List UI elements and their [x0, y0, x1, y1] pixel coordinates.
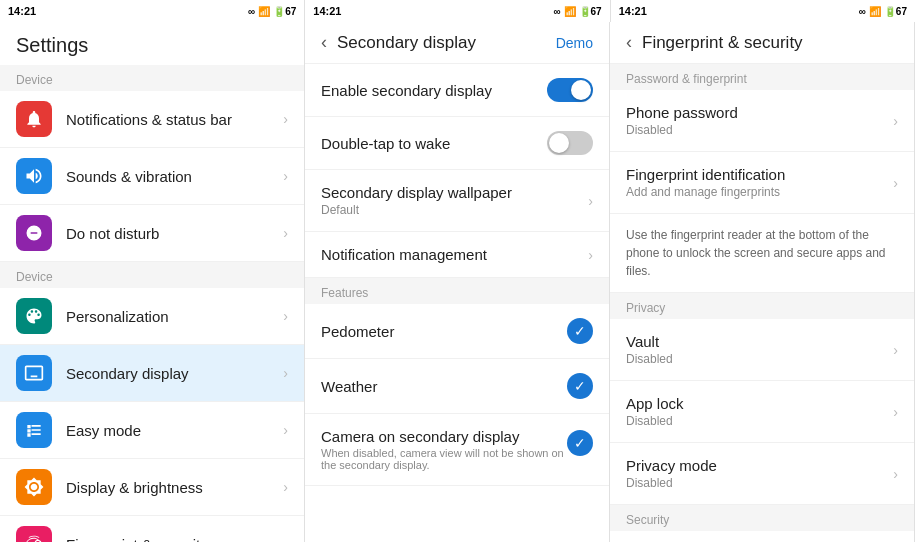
applock-content: App lock Disabled: [626, 395, 893, 428]
notification-row[interactable]: Notification management ›: [305, 232, 609, 278]
vault-row[interactable]: Vault Disabled ›: [610, 319, 914, 381]
privacymode-title: Privacy mode: [626, 457, 893, 474]
fingerprint-chevron: ›: [283, 536, 288, 542]
status-bar-1: 14:21 ∞ 📶 🔋67: [0, 0, 305, 22]
sidebar-item-display[interactable]: Display & brightness ›: [0, 459, 304, 516]
vault-content: Vault Disabled: [626, 333, 893, 366]
weather-check[interactable]: ✓: [567, 373, 593, 399]
toggle-knob-on: [571, 80, 591, 100]
phone-password-sub: Disabled: [626, 123, 893, 137]
easymode-chevron: ›: [283, 422, 288, 438]
pedometer-content: Pedometer: [321, 323, 394, 340]
camera-sub: When disabled, camera view will not be s…: [321, 447, 567, 471]
enable-secondary-row[interactable]: Enable secondary display: [305, 64, 609, 117]
toggle-knob-off: [549, 133, 569, 153]
wallpaper-content: Secondary display wallpaper Default: [321, 184, 588, 217]
panel2-back-button[interactable]: ‹: [321, 32, 327, 53]
applock-chevron: ›: [893, 404, 898, 420]
donotdisturb-icon: [16, 215, 52, 251]
sidebar-item-fingerprint[interactable]: Fingerprint & security ›: [0, 516, 304, 542]
personalization-chevron: ›: [283, 308, 288, 324]
vault-sub: Disabled: [626, 352, 893, 366]
settings-title: Settings: [0, 22, 304, 65]
camera-row[interactable]: Camera on secondary display When disable…: [305, 414, 609, 486]
status-icons-3: ∞ 📶 🔋67: [859, 6, 907, 17]
panel3-header: ‹ Fingerprint & security: [610, 22, 914, 64]
sidebar-item-secondarydisplay[interactable]: Secondary display ›: [0, 345, 304, 402]
camera-check[interactable]: ✓: [567, 430, 593, 456]
sounds-label: Sounds & vibration: [66, 168, 283, 185]
time-1: 14:21: [8, 5, 36, 17]
status-icons-1: ∞ 📶 🔋67: [248, 6, 296, 17]
display-chevron: ›: [283, 479, 288, 495]
privacymode-content: Privacy mode Disabled: [626, 457, 893, 490]
enable-secondary-toggle[interactable]: [547, 78, 593, 102]
phone-password-title: Phone password: [626, 104, 893, 121]
panels-container: Settings Device Notifications & status b…: [0, 22, 915, 542]
sidebar-item-notifications[interactable]: Notifications & status bar ›: [0, 91, 304, 148]
settings-panel: Settings Device Notifications & status b…: [0, 22, 305, 542]
wallpaper-chevron: ›: [588, 193, 593, 209]
notifications-icon: [16, 101, 52, 137]
camera-label: Camera on secondary display: [321, 428, 567, 445]
panel2-header: ‹ Secondary display Demo: [305, 22, 609, 64]
donotdisturb-label: Do not disturb: [66, 225, 283, 242]
weather-label: Weather: [321, 378, 377, 395]
secondarydisplay-icon: [16, 355, 52, 391]
pedometer-row[interactable]: Pedometer ✓: [305, 304, 609, 359]
privacymode-chevron: ›: [893, 466, 898, 482]
panel3-back-button[interactable]: ‹: [626, 32, 632, 53]
applock-row[interactable]: App lock Disabled ›: [610, 381, 914, 443]
fingerprint-label: Fingerprint & security: [66, 536, 283, 543]
pedometer-check[interactable]: ✓: [567, 318, 593, 344]
privacymode-row[interactable]: Privacy mode Disabled ›: [610, 443, 914, 505]
vault-chevron: ›: [893, 342, 898, 358]
easymode-label: Easy mode: [66, 422, 283, 439]
fingerprint-id-row[interactable]: Fingerprint identification Add and manag…: [610, 152, 914, 214]
fingerprint-id-title: Fingerprint identification: [626, 166, 893, 183]
doubletap-label: Double-tap to wake: [321, 135, 450, 152]
display-icon: [16, 469, 52, 505]
wallpaper-label: Secondary display wallpaper: [321, 184, 588, 201]
panel3-title: Fingerprint & security: [642, 33, 898, 53]
panel2-title: Secondary display: [337, 33, 546, 53]
demo-button[interactable]: Demo: [556, 35, 593, 51]
sidebar-item-easymode[interactable]: Easy mode ›: [0, 402, 304, 459]
wallpaper-row[interactable]: Secondary display wallpaper Default ›: [305, 170, 609, 232]
pedometer-label: Pedometer: [321, 323, 394, 340]
security-section-label: Security: [610, 505, 914, 531]
notifications-label: Notifications & status bar: [66, 111, 283, 128]
secondary-display-panel: ‹ Secondary display Demo Enable secondar…: [305, 22, 610, 542]
sounds-chevron: ›: [283, 168, 288, 184]
applock-title: App lock: [626, 395, 893, 412]
notification-content: Notification management: [321, 246, 588, 263]
fingerprint-id-content: Fingerprint identification Add and manag…: [626, 166, 893, 199]
status-bars: 14:21 ∞ 📶 🔋67 14:21 ∞ 📶 🔋67 14:21 ∞ 📶 🔋6…: [0, 0, 915, 22]
status-bar-3: 14:21 ∞ 📶 🔋67: [611, 0, 915, 22]
doubletap-row[interactable]: Double-tap to wake: [305, 117, 609, 170]
doubletap-toggle[interactable]: [547, 131, 593, 155]
notification-chevron: ›: [588, 247, 593, 263]
fingerprint-id-chevron: ›: [893, 175, 898, 191]
enable-secondary-label: Enable secondary display: [321, 82, 492, 99]
secondarydisplay-chevron: ›: [283, 365, 288, 381]
sounds-icon: [16, 158, 52, 194]
wallpaper-sub: Default: [321, 203, 588, 217]
notification-label: Notification management: [321, 246, 588, 263]
weather-content: Weather: [321, 378, 377, 395]
sidebar-item-donotdisturb[interactable]: Do not disturb ›: [0, 205, 304, 262]
privacymode-sub: Disabled: [626, 476, 893, 490]
fingerprint-id-sub: Add and manage fingerprints: [626, 185, 893, 199]
personalization-label: Personalization: [66, 308, 283, 325]
sidebar-item-personalization[interactable]: Personalization ›: [0, 288, 304, 345]
phone-password-chevron: ›: [893, 113, 898, 129]
device-label-2: Device: [0, 262, 304, 288]
phone-password-content: Phone password Disabled: [626, 104, 893, 137]
sidebar-item-sounds[interactable]: Sounds & vibration ›: [0, 148, 304, 205]
device-section-label: Device: [0, 65, 304, 91]
phone-password-row[interactable]: Phone password Disabled ›: [610, 90, 914, 152]
weather-row[interactable]: Weather ✓: [305, 359, 609, 414]
features-section-label: Features: [305, 278, 609, 304]
donotdisturb-chevron: ›: [283, 225, 288, 241]
fingerprint-info: Use the fingerprint reader at the bottom…: [610, 214, 914, 293]
